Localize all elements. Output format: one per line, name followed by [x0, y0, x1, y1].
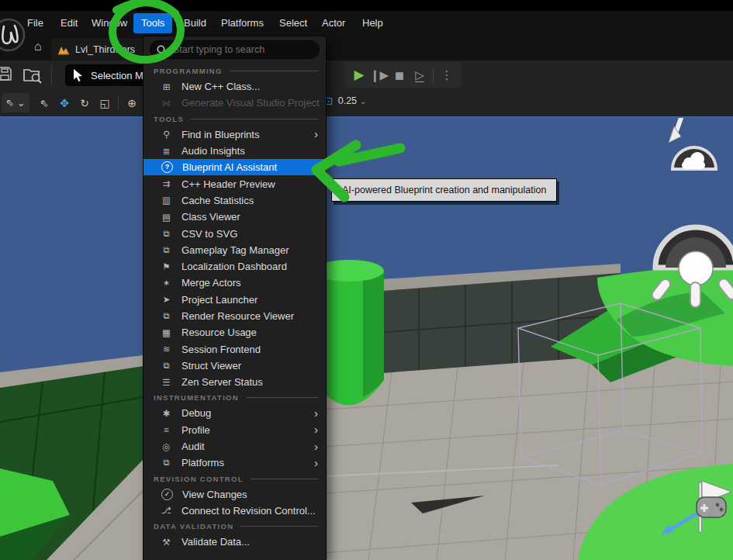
menu-item-cpp-header-preview[interactable]: ⇉C++ Header Preview — [143, 175, 326, 192]
section-header-label: REVISION CONTROL — [154, 475, 244, 483]
section-divider-line — [191, 119, 318, 119]
play-controls-panel: ▶❙▶◼▷⋮ — [344, 62, 462, 88]
cursor-mode-dropdown[interactable]: ⇖ ⌄ — [2, 93, 29, 112]
menu-item-label: Find in Blueprints — [182, 129, 259, 140]
menu-item-gameplay-tag-manager[interactable]: ⧉Gameplay Tag Manager — [143, 242, 326, 258]
menu-item-blueprint-ai-assistant[interactable]: ?Blueprint AI Assistant — [143, 159, 326, 175]
menu-actor[interactable]: Actor — [322, 16, 345, 31]
selection-mode-label: Selection Mo — [91, 70, 149, 81]
menu-item-connect-to-revision-control[interactable]: ⎇Connect to Revision Control... — [143, 503, 326, 519]
menu-tools[interactable]: Tools — [133, 13, 172, 33]
rotate-tool[interactable]: ↻ — [74, 97, 95, 109]
menu-build[interactable]: Build — [184, 16, 206, 31]
unreal-engine-logo-icon[interactable] — [0, 17, 26, 53]
tools-dropdown-menu: PROGRAMMING⊞New C++ Class...⋈Generate Vi… — [143, 36, 326, 560]
cursor-icon — [73, 69, 84, 81]
menu-item-label: New C++ Class... — [182, 81, 260, 92]
menu-file[interactable]: File — [27, 16, 43, 31]
launch-platforms-button[interactable]: ▷ — [410, 68, 430, 82]
menu-section-instrumentation: INSTRUMENTATION — [143, 390, 326, 405]
connect-to-revision-control-icon: ⎇ — [161, 505, 172, 516]
menu-section-programming: PROGRAMMING — [143, 64, 326, 78]
menu-item-struct-viewer[interactable]: ⧉Struct Viewer — [143, 358, 326, 374]
section-divider-line — [230, 71, 318, 71]
grid-snap-control[interactable]: ⊡ 0.25 ⌄ — [324, 95, 366, 107]
section-divider-line — [246, 397, 318, 398]
menu-item-label: Connect to Revision Control... — [182, 505, 316, 517]
localization-dashboard-icon: ⚑ — [161, 261, 172, 272]
menu-item-find-in-blueprints[interactable]: ⚲Find in Blueprints› — [143, 126, 326, 143]
menu-section-tools: TOOLS — [143, 112, 326, 126]
skip-frame-button[interactable]: ❙▶ — [369, 68, 389, 82]
section-header-label: TOOLS — [154, 115, 184, 123]
menu-item-profile[interactable]: ≡Profile› — [143, 422, 326, 438]
menu-item-class-viewer[interactable]: ▤Class Viewer — [143, 209, 326, 225]
title-bar — [0, 0, 733, 11]
menu-item-label: Project Launcher — [182, 294, 258, 306]
menu-item-label: Profile — [182, 424, 210, 436]
move-tool[interactable]: ✥ — [54, 97, 74, 109]
cache-statistics-icon: ▥ — [161, 195, 172, 206]
menu-item-render-resource-viewer[interactable]: ⧉Render Resource Viewer — [143, 308, 326, 324]
menu-item-label: Platforms — [182, 457, 224, 468]
view-changes-icon: ✓ — [161, 489, 173, 500]
menu-item-audit[interactable]: ◎Audit› — [143, 438, 326, 455]
menu-window[interactable]: Window — [92, 16, 127, 31]
csv-to-svg-icon: ⧉ — [161, 229, 172, 239]
menu-item-label: Resource Usage — [182, 327, 257, 338]
home-icon[interactable]: ⌂ — [34, 40, 42, 54]
stop-button[interactable]: ◼ — [389, 68, 410, 82]
menu-item-label: Class Viewer — [182, 211, 240, 223]
menu-platforms[interactable]: Platforms — [221, 16, 264, 31]
coordinate-system-button[interactable]: ⊕ — [122, 97, 142, 109]
select-tool[interactable]: ⇖ — [34, 97, 54, 109]
menu-item-resource-usage[interactable]: ▦Resource Usage — [143, 324, 326, 340]
menu-item-label: View Changes — [182, 489, 247, 500]
menu-item-localization-dashboard[interactable]: ⚑Localization Dashboard — [143, 258, 326, 275]
submenu-chevron-icon: › — [314, 426, 318, 434]
menu-edit[interactable]: Edit — [61, 16, 78, 31]
toolbar-divider — [51, 65, 52, 85]
level-tab-title: Lvl_ThirdPers — [75, 44, 135, 55]
submenu-chevron-icon: › — [314, 410, 318, 417]
struct-viewer-icon: ⧉ — [161, 361, 172, 371]
class-viewer-icon: ▤ — [161, 212, 172, 223]
menu-item-merge-actors[interactable]: ✶Merge Actors — [143, 275, 326, 291]
platforms-icon: ⧉ — [161, 458, 172, 468]
menu-item-label: Render Resource Viewer — [182, 310, 294, 322]
save-icon[interactable] — [0, 67, 14, 85]
level-tab[interactable]: Lvl_ThirdPers — [51, 38, 152, 60]
new-cpp-class-icon: ⊞ — [161, 81, 172, 92]
menu-help[interactable]: Help — [362, 16, 383, 31]
menu-select[interactable]: Select — [279, 16, 307, 31]
viewport-toolbar-divider — [118, 96, 119, 110]
menu-item-csv-to-svg[interactable]: ⧉CSV to SVG — [143, 225, 326, 241]
generate-visual-studio-project-icon: ⋈ — [161, 98, 172, 109]
level-asset-icon — [57, 44, 70, 55]
menu-item-label: Localization Dashboard — [182, 261, 287, 272]
menu-item-session-frontend[interactable]: ≋Session Frontend — [143, 340, 326, 357]
session-frontend-icon: ≋ — [161, 344, 172, 354]
menu-item-audio-insights[interactable]: ≣Audio Insights — [143, 143, 326, 159]
menu-item-new-cpp-class[interactable]: ⊞New C++ Class... — [143, 78, 326, 95]
menu-item-debug[interactable]: ✱Debug› — [143, 405, 326, 421]
menu-item-generate-visual-studio-project[interactable]: ⋈Generate Visual Studio Project — [143, 95, 326, 111]
content-browser-icon[interactable] — [23, 67, 43, 87]
scale-tool[interactable]: ◱ — [95, 97, 115, 109]
menu-item-label: Validate Data... — [182, 536, 250, 548]
menu-search-box[interactable] — [150, 40, 320, 59]
search-input[interactable] — [171, 43, 306, 56]
menu-item-label: Debug — [182, 407, 211, 419]
play-options-button[interactable]: ⋮ — [437, 68, 457, 82]
menu-item-project-launcher[interactable]: ➤Project Launcher — [143, 292, 326, 308]
play-button[interactable]: ▶ — [349, 67, 369, 83]
menu-item-platforms[interactable]: ⧉Platforms› — [143, 455, 326, 471]
blueprint-ai-assistant-icon: ? — [161, 161, 173, 173]
menu-item-validate-data[interactable]: ⚒Validate Data... — [143, 534, 326, 550]
menu-item-view-changes[interactable]: ✓View Changes — [143, 486, 326, 503]
submenu-chevron-icon: › — [314, 459, 318, 467]
menu-item-zen-server-status[interactable]: ☰Zen Server Status — [143, 374, 326, 390]
cpp-header-preview-icon: ⇉ — [161, 178, 172, 189]
menu-item-cache-statistics[interactable]: ▥Cache Statistics — [143, 192, 326, 209]
menu-item-label: Struct Viewer — [182, 360, 241, 372]
